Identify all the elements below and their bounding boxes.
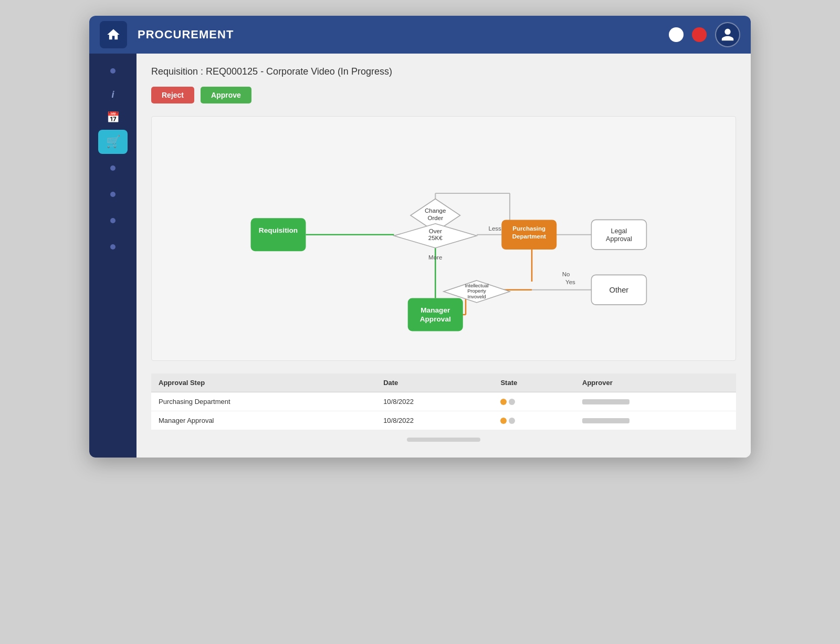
step-state [493, 392, 575, 411]
svg-text:Purchasing: Purchasing [512, 225, 545, 232]
svg-text:Property: Property [467, 288, 486, 294]
main-layout: i 📅 🛒 Requisition : REQ000125 - Corporat… [89, 54, 751, 458]
svg-text:Approval: Approval [420, 315, 451, 323]
step-approver [575, 392, 736, 411]
state-indicator [500, 418, 568, 424]
cart-icon: 🛒 [106, 135, 120, 149]
alert-dot-icon[interactable] [692, 27, 707, 42]
svg-text:Over: Over [429, 228, 442, 234]
top-nav: PROCUREMENT [89, 16, 751, 54]
nav-icons [669, 22, 740, 47]
svg-text:Yes: Yes [565, 279, 575, 285]
sidebar-item-3[interactable] [98, 182, 128, 206]
state-dot-orange [500, 418, 507, 424]
svg-text:Less: Less [488, 225, 501, 232]
table-row: Manager Approval 10/8/2022 [151, 411, 736, 430]
home-icon [106, 27, 121, 42]
reject-button[interactable]: Reject [151, 87, 194, 103]
flowchart-container: Requisition Change Order Over 25K€ Less … [151, 116, 736, 361]
approver-bar [582, 399, 629, 404]
state-dot-orange [500, 399, 507, 405]
approval-table: Approval Step Date State Approver Purcha… [151, 373, 736, 430]
table-header-row: Approval Step Date State Approver [151, 373, 736, 392]
sidebar-dot-4 [110, 218, 116, 223]
svg-text:Invoveld: Invoveld [467, 294, 486, 299]
approver-bar [582, 418, 629, 423]
sidebar: i 📅 🛒 [89, 54, 136, 458]
sidebar-item-5[interactable] [98, 235, 128, 259]
step-date: 10/8/2022 [376, 411, 493, 430]
step-state [493, 411, 575, 430]
svg-text:No: No [562, 271, 570, 277]
content-area: Requisition : REQ000125 - Corporate Vide… [136, 54, 751, 458]
table-row: Purchasing Department 10/8/2022 [151, 392, 736, 411]
svg-text:Legal: Legal [611, 227, 627, 235]
sidebar-item-2[interactable] [98, 156, 128, 180]
home-button[interactable] [100, 21, 127, 48]
svg-text:Change: Change [425, 207, 446, 214]
action-buttons: Reject Approve [151, 87, 736, 103]
flowchart-svg: Requisition Change Order Over 25K€ Less … [162, 127, 725, 348]
svg-text:Approval: Approval [606, 235, 632, 243]
step-name: Purchasing Department [151, 392, 376, 411]
scrollbar-area [151, 430, 736, 445]
approve-button[interactable]: Approve [201, 87, 251, 103]
scrollbar-track[interactable] [407, 438, 480, 442]
sidebar-dot-2 [110, 165, 116, 171]
svg-text:Manager: Manager [421, 306, 450, 314]
col-approver: Approver [575, 373, 736, 392]
sidebar-item-4[interactable] [98, 209, 128, 233]
user-avatar-button[interactable] [715, 22, 740, 47]
svg-text:Order: Order [428, 215, 444, 221]
page-title: Requisition : REQ000125 - Corporate Vide… [151, 66, 736, 77]
state-indicator [500, 399, 568, 405]
user-icon [720, 27, 735, 42]
state-dot-gray [509, 418, 515, 424]
col-approval-step: Approval Step [151, 373, 376, 392]
notification-dot-icon[interactable] [669, 27, 684, 42]
svg-rect-29 [591, 220, 646, 250]
sidebar-dot-5 [110, 244, 116, 250]
step-approver [575, 411, 736, 430]
step-date: 10/8/2022 [376, 392, 493, 411]
state-dot-gray [509, 399, 515, 405]
svg-text:Department: Department [512, 233, 546, 240]
svg-text:Other: Other [610, 286, 629, 294]
col-date: Date [376, 373, 493, 392]
sidebar-dot-1 [110, 68, 116, 74]
svg-rect-14 [251, 218, 306, 251]
col-state: State [493, 373, 575, 392]
svg-text:25K€: 25K€ [428, 235, 443, 241]
svg-text:More: More [428, 254, 442, 261]
sidebar-calendar-icon[interactable]: 📅 [107, 107, 120, 128]
svg-text:Intellectual: Intellectual [465, 283, 488, 288]
app-title: PROCUREMENT [138, 28, 658, 41]
sidebar-dot-3 [110, 192, 116, 197]
svg-text:Requisition: Requisition [259, 226, 298, 234]
sidebar-item-1[interactable] [98, 59, 128, 83]
sidebar-item-cart[interactable]: 🛒 [98, 130, 128, 154]
step-name: Manager Approval [151, 411, 376, 430]
browser-window: PROCUREMENT i 📅 🛒 [89, 16, 751, 458]
sidebar-info-icon[interactable]: i [111, 85, 114, 105]
